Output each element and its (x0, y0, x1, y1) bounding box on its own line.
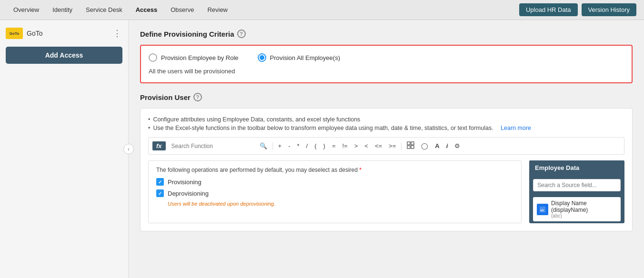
radio-circle-all (258, 53, 266, 62)
radio-group: Provision Employee by Role Provision All… (149, 53, 624, 62)
bullet-item-1: Configure attributes using Employee Data… (148, 116, 624, 123)
nav-access[interactable]: Access (130, 2, 163, 17)
not-equals-icon[interactable]: != (340, 141, 350, 150)
three-dots-menu[interactable]: ⋮ (113, 28, 122, 39)
employee-data-header: Employee Data (529, 160, 624, 175)
radio-provision-all-employees[interactable]: Provision All Employee(s) (258, 53, 340, 62)
clock-icon[interactable]: ◯ (419, 141, 431, 150)
emp-data-item-sub: (abc) (551, 213, 617, 218)
greater-than-icon[interactable]: > (352, 141, 361, 150)
employee-data-item-text: Display Name (displayName) (abc) (551, 200, 617, 218)
nav-actions: Upload HR Data Version History (519, 3, 636, 16)
main-layout: GoTo GoTo ⋮ Add Access ‹ Define Provisio… (0, 20, 644, 278)
radio-inner-all (260, 55, 264, 60)
plus-icon[interactable]: + (276, 141, 284, 150)
toolbar-separator-2 (401, 142, 402, 150)
search-function-input[interactable] (170, 142, 255, 150)
svg-text:ab: ab (540, 208, 544, 212)
provision-user-title: Provision User (140, 93, 191, 101)
content-area: Define Provisioning Criteria ? Provision… (129, 20, 644, 278)
criteria-box: Provision Employee by Role Provision All… (140, 45, 633, 83)
radio-label-all: Provision All Employee(s) (270, 54, 340, 61)
asterisk-mark: * (359, 167, 362, 173)
provision-user-help-icon[interactable]: ? (193, 93, 202, 101)
deprovisioning-checkbox[interactable] (156, 189, 164, 197)
provisioning-checkbox[interactable] (156, 178, 164, 186)
less-equal-icon[interactable]: <= (372, 141, 384, 150)
nav-observe[interactable]: Observe (165, 2, 200, 17)
minus-icon[interactable]: - (286, 141, 292, 150)
criteria-title: Define Provisioning Criteria (140, 30, 234, 38)
radio-provision-by-role[interactable]: Provision Employee by Role (149, 53, 239, 62)
search-icon[interactable]: 🔍 (257, 141, 270, 150)
bullet-list: Configure attributes using Employee Data… (148, 116, 624, 131)
svg-rect-2 (407, 146, 410, 149)
settings-icon[interactable]: ⚙ (452, 141, 463, 150)
logo-text: GoTo (27, 30, 42, 37)
learn-more-link[interactable]: Learn more (501, 125, 531, 131)
sidebar: GoTo GoTo ⋮ Add Access ‹ (0, 20, 129, 278)
criteria-section-header: Define Provisioning Criteria ? (140, 30, 633, 38)
provision-user-box: Configure attributes using Employee Data… (140, 108, 633, 231)
fx-badge: fx (152, 141, 166, 150)
radio-label-role: Provision Employee by Role (161, 54, 239, 61)
emp-data-item-label: Display Name (displayName) (551, 200, 617, 213)
greater-equal-icon[interactable]: >= (386, 141, 398, 150)
formula-toolbar: fx 🔍 + - * / ( ) = != > < <= >= (148, 137, 624, 155)
svg-rect-3 (411, 146, 414, 149)
deprovisioning-label: Deprovisioning (168, 190, 209, 197)
svg-rect-1 (411, 142, 414, 145)
close-paren-icon[interactable]: ) (321, 141, 328, 150)
criteria-description: All the users will be provisioned (149, 68, 624, 75)
divide-icon[interactable]: / (304, 141, 311, 150)
collapse-sidebar-button[interactable]: ‹ (123, 144, 134, 154)
nav-identity[interactable]: Identity (47, 2, 78, 17)
svg-rect-0 (407, 142, 410, 145)
less-than-icon[interactable]: < (362, 141, 371, 150)
operations-area: The following operations are performed b… (148, 160, 624, 223)
employee-data-item-icon: ab (537, 204, 548, 215)
employee-data-panel: Employee Data ab Display Name (displayNa… (529, 160, 624, 223)
upload-hr-data-button[interactable]: Upload HR Data (519, 3, 578, 16)
provisioning-row: Provisioning (156, 178, 513, 186)
nav-overview[interactable]: Overview (8, 2, 45, 17)
goto-logo-icon: GoTo (6, 28, 23, 39)
deprovisioning-note: Users will be deactivated upon deprovisi… (168, 201, 513, 207)
info-icon[interactable]: i (444, 141, 451, 150)
equals-icon[interactable]: = (330, 141, 338, 150)
operations-box: The following operations are performed b… (148, 160, 522, 223)
bullet-item-2: Use the Excel-style functions in the too… (148, 125, 624, 131)
nav-review[interactable]: Review (201, 2, 233, 17)
criteria-help-icon[interactable]: ? (237, 30, 246, 38)
nav-links: Overview Identity Service Desk Access Ob… (8, 2, 519, 17)
sidebar-header: GoTo GoTo ⋮ (6, 28, 122, 39)
top-nav: Overview Identity Service Desk Access Ob… (0, 0, 644, 20)
text-icon[interactable]: A (433, 141, 442, 150)
toolbar-separator-1 (272, 142, 273, 150)
provisioning-label: Provisioning (168, 179, 201, 186)
deprovisioning-row: Deprovisioning (156, 189, 513, 197)
radio-circle-role (149, 53, 157, 62)
employee-data-item[interactable]: ab Display Name (displayName) (abc) (533, 197, 621, 221)
nav-service-desk[interactable]: Service Desk (80, 2, 128, 17)
grid-icon[interactable] (404, 140, 417, 151)
add-access-button[interactable]: Add Access (6, 47, 122, 64)
version-history-button[interactable]: Version History (582, 3, 636, 16)
op-description: The following operations are performed b… (156, 167, 513, 173)
multiply-icon[interactable]: * (295, 141, 302, 150)
logo-area: GoTo GoTo (6, 28, 42, 39)
employee-data-search-input[interactable] (533, 179, 621, 191)
provision-user-section-header: Provision User ? (140, 93, 633, 101)
open-paren-icon[interactable]: ( (312, 141, 319, 150)
